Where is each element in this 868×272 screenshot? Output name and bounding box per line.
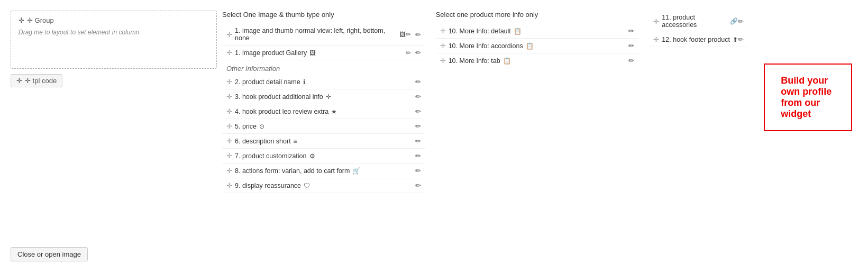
list-item: ✛ 11. product accessories 🔗 ✏ [649, 11, 748, 32]
list-item: ✛ 9. display reassurance 🛡 ✏ [222, 178, 425, 193]
list-item: ✛ 1. image product Gallery 🖼 ✏ ✏ [222, 46, 425, 60]
drag-text: Drag me to layout to set element in colu… [19, 29, 209, 36]
close-open-image-button[interactable]: Close or open image [11, 247, 88, 261]
edit-icon[interactable]: ✏ [415, 122, 421, 130]
drag-handle-icon[interactable]: ✛ [226, 107, 232, 115]
drag-handle-icon[interactable]: ✛ [653, 17, 659, 25]
link-icon: 🔗 [730, 17, 738, 25]
upload-icon: ⬆ [733, 36, 738, 43]
col1-title: Select One Image & thumb type only [222, 11, 425, 19]
shield-icon: 🛡 [304, 182, 310, 189]
edit-icon[interactable]: ✏ [415, 93, 421, 101]
image-icon: 🖼 [309, 49, 316, 57]
list-item: ✛ 10. More Info: default 📋 ✏ [436, 24, 639, 39]
list-item: ✛ 10. More Info: tab 📋 ✏ [436, 53, 639, 68]
drag-handle-icon[interactable]: ✛ [226, 49, 232, 57]
edit-icon[interactable]: ✏ [738, 17, 744, 25]
item-label: 6. description short [235, 138, 291, 145]
left-panel: ✛ ✛ Group Drag me to layout to set eleme… [11, 11, 217, 87]
list-item: ✛ 1. image and thumb normal view: left, … [222, 24, 425, 46]
pencil-icon[interactable]: ✏ [406, 31, 411, 38]
edit-icon[interactable]: ✏ [415, 78, 421, 86]
drag-handle-icon[interactable]: ✛ [226, 93, 232, 101]
list-item: ✛ 2. product detail name ℹ ✏ [222, 75, 425, 89]
item-label: 7. product customization [235, 152, 307, 160]
edit-icon[interactable]: ✏ [415, 167, 421, 175]
group-label-text: ✛ Group [27, 16, 54, 24]
drag-handle-icon[interactable]: ✛ [440, 57, 446, 65]
plus-icon: ✛ [326, 93, 331, 101]
accordion-icon: 📋 [526, 42, 534, 50]
list-item: ✛ 8. actions form: varian, add to cart f… [222, 164, 425, 178]
section-header: Other Information [222, 60, 425, 75]
info-icon: ℹ [303, 78, 306, 86]
doc-icon: 📋 [514, 28, 522, 35]
gear-icon: ⚙ [309, 152, 315, 160]
list-item: ✛ 7. product customization ⚙ ✏ [222, 149, 425, 164]
tpl-code-label: ✛ tpl code [25, 77, 57, 85]
item-label: 4. hook product leo review extra [235, 108, 328, 115]
item-label: 2. product detail name [235, 78, 300, 86]
edit-icon[interactable]: ✏ [628, 42, 634, 50]
column-2: Select one product more info only ✛ 10. … [431, 11, 644, 193]
list-item: ✛ 3. hook product additional info ✛ ✏ [222, 89, 425, 104]
edit-icon[interactable]: ✏ [738, 35, 744, 43]
tab-icon: 📋 [503, 57, 511, 65]
item-label: 1. image and thumb normal view: left, ri… [235, 27, 397, 42]
list-item: ✛ 4. hook product leo review extra ★ ✏ [222, 104, 425, 119]
drag-handle-icon[interactable]: ✛ [226, 122, 232, 130]
star-icon: ★ [331, 108, 337, 115]
col2-title: Select one product more info only [436, 11, 639, 19]
build-widget-area: Build your own profile from our widget [753, 11, 852, 131]
col3-items: ✛ 11. product accessories 🔗 ✏ ✛ 12. hook… [649, 11, 748, 131]
column-3: ✛ 11. product accessories 🔗 ✏ ✛ 12. hook… [644, 11, 857, 193]
edit-icon[interactable]: ✏ [628, 57, 634, 65]
list-item: ✛ 10. More Info: accordions 📋 ✏ [436, 39, 639, 53]
build-widget-box: Build your own profile from our widget [764, 64, 852, 131]
edit-icon[interactable]: ✏ [415, 49, 421, 57]
edit-icon[interactable]: ✏ [415, 107, 421, 115]
edit-icon[interactable]: ✏ [415, 152, 421, 160]
columns-area: Select One Image & thumb type only ✛ 1. … [217, 11, 857, 193]
cart-icon: 🛒 [352, 167, 360, 175]
edit-icon[interactable]: ✏ [415, 137, 421, 145]
item-label: 10. More Info: accordions [449, 42, 523, 50]
group-label[interactable]: ✛ ✛ Group [19, 16, 54, 24]
pencil-icon[interactable]: ✏ [406, 49, 411, 57]
move-icon: ✛ [19, 16, 24, 24]
item-label: 12. hook footer product [662, 36, 730, 43]
item-label: 11. product accessories [662, 14, 727, 29]
tpl-code-icon: ✛ [16, 77, 22, 85]
drag-handle-icon[interactable]: ✛ [653, 35, 659, 43]
item-label: 1. image product Gallery [235, 49, 307, 57]
group-box: ✛ ✛ Group Drag me to layout to set eleme… [11, 11, 217, 69]
item-label: 9. display reassurance [235, 182, 301, 189]
list-item: ✛ 12. hook footer product ⬆ ✏ [649, 32, 748, 47]
drag-handle-icon[interactable]: ✛ [226, 182, 232, 189]
drag-handle-icon[interactable]: ✛ [226, 167, 232, 175]
edit-icon[interactable]: ✏ [415, 31, 421, 39]
list-item: ✛ 5. price ⊙ ✏ [222, 119, 425, 134]
build-widget-text: Build your own profile from our widget [781, 75, 832, 119]
item-label: 8. actions form: varian, add to cart for… [235, 167, 350, 175]
edit-icon[interactable]: ✏ [415, 182, 421, 189]
tpl-code-button[interactable]: ✛ ✛ tpl code [11, 74, 62, 87]
item-label: 3. hook product additional info [235, 93, 323, 101]
item-label: 5. price [235, 123, 257, 130]
drag-handle-icon[interactable]: ✛ [226, 137, 232, 145]
drag-handle-icon[interactable]: ✛ [440, 42, 446, 50]
column-1: Select One Image & thumb type only ✛ 1. … [217, 11, 431, 193]
drag-handle-icon[interactable]: ✛ [440, 27, 446, 35]
image-icon: 🖼 [399, 31, 406, 38]
drag-handle-icon[interactable]: ✛ [226, 152, 232, 160]
drag-handle-icon[interactable]: ✛ [226, 78, 232, 86]
list-icon: ≡ [294, 138, 297, 145]
item-label: 10. More Info: tab [449, 57, 500, 65]
price-icon: ⊙ [259, 123, 264, 130]
drag-handle-icon[interactable]: ✛ [226, 31, 232, 39]
item-label: 10. More Info: default [449, 28, 511, 35]
list-item: ✛ 6. description short ≡ ✏ [222, 134, 425, 149]
edit-icon[interactable]: ✏ [628, 27, 634, 35]
